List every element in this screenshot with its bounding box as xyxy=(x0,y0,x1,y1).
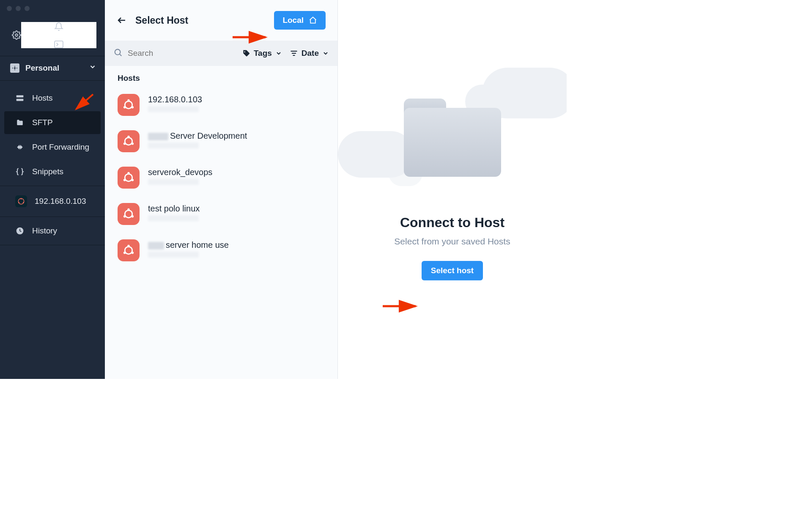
traffic-dot xyxy=(25,6,30,11)
search-input[interactable] xyxy=(128,49,228,58)
nav-item-label: Hosts xyxy=(32,93,53,103)
forward-icon xyxy=(15,143,25,151)
host-prefix-redacted xyxy=(148,133,168,140)
svg-point-8 xyxy=(23,202,24,203)
svg-rect-3 xyxy=(16,95,24,97)
svg-point-29 xyxy=(125,210,132,218)
svg-point-36 xyxy=(132,252,134,254)
ubuntu-icon xyxy=(15,195,27,207)
svg-point-33 xyxy=(125,247,132,254)
sidebar: Personal Hosts SFTP xyxy=(0,0,105,379)
svg-point-20 xyxy=(132,106,134,109)
hosts-icon xyxy=(15,94,25,102)
svg-point-27 xyxy=(123,179,126,181)
svg-point-21 xyxy=(125,137,132,145)
workspace-selector[interactable]: Personal xyxy=(0,56,105,80)
svg-point-28 xyxy=(132,179,134,181)
bell-icon[interactable] xyxy=(54,22,63,31)
svg-point-13 xyxy=(244,51,245,52)
host-list-panel: Select Host Local Tags Date xyxy=(105,0,338,379)
host-row[interactable]: Server Development xyxy=(118,124,325,161)
svg-point-11 xyxy=(115,49,121,55)
folder-icon xyxy=(15,119,25,126)
clock-icon xyxy=(15,227,25,235)
workspace-icon xyxy=(10,63,19,73)
svg-point-2 xyxy=(14,67,16,69)
svg-point-6 xyxy=(21,198,22,200)
nav-history[interactable]: History xyxy=(4,219,101,242)
svg-point-17 xyxy=(125,101,132,109)
ubuntu-icon xyxy=(118,239,140,261)
nav-snippets[interactable]: Snippets xyxy=(4,160,101,183)
nav-connection[interactable]: 192.168.0.103 xyxy=(4,189,101,214)
chevron-down-icon xyxy=(89,63,96,73)
filter-label: Tags xyxy=(254,49,272,58)
host-title: serverok_devops xyxy=(148,167,212,177)
back-arrow-icon[interactable] xyxy=(117,15,127,25)
local-button[interactable]: Local xyxy=(274,11,326,30)
panel-title: Select Host xyxy=(135,15,188,26)
folder-illustration xyxy=(404,99,501,177)
svg-point-32 xyxy=(132,215,134,218)
filter-label: Date xyxy=(302,49,319,58)
host-row[interactable]: test polo linux xyxy=(118,197,325,233)
host-title: 192.168.0.103 xyxy=(148,95,202,104)
home-icon xyxy=(309,16,317,25)
svg-point-0 xyxy=(15,34,18,36)
traffic-dot xyxy=(16,6,21,11)
chevron-down-icon xyxy=(322,50,329,57)
sort-icon xyxy=(290,49,298,58)
host-title: server home use xyxy=(166,240,229,250)
chevron-down-icon xyxy=(275,50,282,57)
svg-point-19 xyxy=(123,106,126,109)
host-subtitle-redacted xyxy=(148,215,199,221)
host-title: test polo linux xyxy=(148,204,200,213)
svg-point-26 xyxy=(127,172,130,175)
host-title: Server Development xyxy=(170,131,247,140)
settings-icon[interactable] xyxy=(12,30,21,40)
nav-item-label: 192.168.0.103 xyxy=(35,197,86,206)
nav-hosts[interactable]: Hosts xyxy=(4,87,101,110)
button-label: Local xyxy=(282,16,304,25)
host-row[interactable]: 192.168.0.103 xyxy=(118,88,325,124)
tags-filter[interactable]: Tags xyxy=(242,49,282,58)
host-row[interactable]: server home use xyxy=(118,233,325,270)
terminal-icon[interactable] xyxy=(54,41,63,48)
host-prefix-redacted xyxy=(148,242,164,250)
date-filter[interactable]: Date xyxy=(290,49,329,58)
tag-icon xyxy=(242,49,250,58)
svg-point-34 xyxy=(127,245,130,247)
host-subtitle-redacted xyxy=(148,143,199,148)
nav-item-label: SFTP xyxy=(32,118,53,127)
search-icon[interactable] xyxy=(113,48,123,59)
host-subtitle-redacted xyxy=(148,252,199,258)
nav-item-label: Port Forwarding xyxy=(32,143,89,152)
host-row[interactable]: serverok_devops xyxy=(118,161,325,197)
window-traffic-lights xyxy=(0,0,105,13)
hosts-heading: Hosts xyxy=(118,74,325,83)
ubuntu-icon xyxy=(118,94,140,116)
host-subtitle-redacted xyxy=(148,179,199,185)
ubuntu-icon xyxy=(118,167,140,189)
svg-point-22 xyxy=(127,136,130,138)
svg-point-35 xyxy=(123,252,126,254)
host-subtitle-redacted xyxy=(148,106,199,112)
ubuntu-icon xyxy=(118,130,140,152)
svg-point-25 xyxy=(125,174,132,181)
nav-item-label: History xyxy=(32,226,57,236)
svg-point-24 xyxy=(132,143,134,145)
ubuntu-icon xyxy=(118,203,140,225)
nav-sftp[interactable]: SFTP xyxy=(4,111,101,134)
svg-rect-1 xyxy=(55,41,63,48)
traffic-dot xyxy=(7,6,12,11)
svg-point-31 xyxy=(123,215,126,218)
svg-point-18 xyxy=(127,99,130,102)
svg-point-7 xyxy=(18,202,19,203)
nav-port-forwarding[interactable]: Port Forwarding xyxy=(4,136,101,159)
braces-icon xyxy=(15,167,25,176)
cloud-illustration xyxy=(338,0,567,379)
svg-rect-4 xyxy=(16,99,24,101)
workspace-label: Personal xyxy=(25,63,59,73)
connect-panel: Connect to Host Select from your saved H… xyxy=(338,0,567,379)
svg-line-12 xyxy=(120,54,121,56)
